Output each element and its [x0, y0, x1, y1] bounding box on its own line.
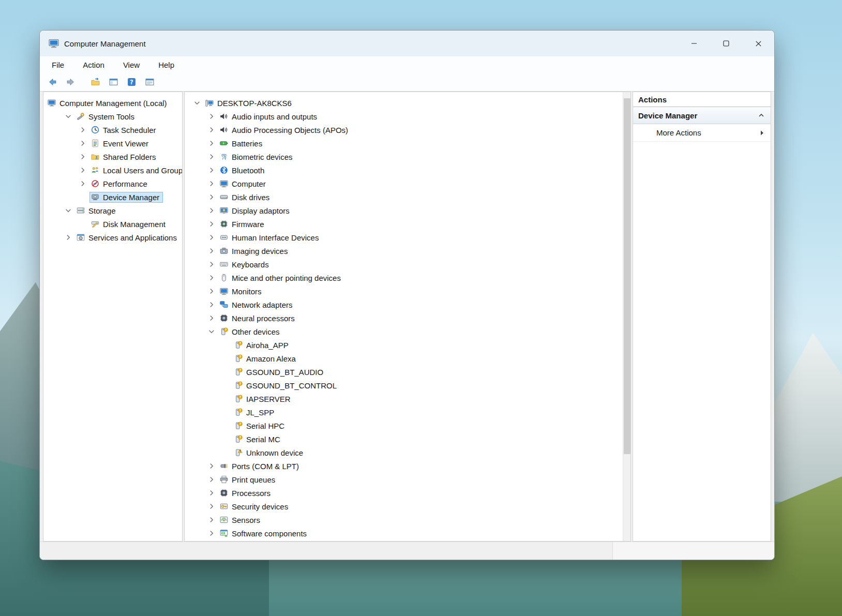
- tree-item[interactable]: ?Serial HPC: [185, 419, 630, 432]
- chevron-right-icon[interactable]: [204, 193, 219, 201]
- help-icon: ?: [127, 78, 136, 86]
- chevron-down-icon[interactable]: [61, 206, 76, 215]
- tree-item[interactable]: Biometric devices: [185, 150, 630, 163]
- tree-item[interactable]: Network adapters: [185, 298, 630, 311]
- console-tree-button[interactable]: [106, 75, 121, 89]
- chevron-right-icon[interactable]: [204, 166, 219, 174]
- tree-item[interactable]: ?Other devices: [185, 325, 630, 338]
- minimize-button[interactable]: [678, 31, 710, 56]
- tree-item[interactable]: ?Amazon Alexa: [185, 352, 630, 365]
- chevron-right-icon[interactable]: [204, 529, 219, 537]
- chevron-right-icon[interactable]: [204, 139, 219, 147]
- tree-item[interactable]: Computer Management (Local): [43, 96, 182, 110]
- menu-item-help[interactable]: Help: [155, 59, 177, 71]
- chevron-right-icon[interactable]: [204, 233, 219, 242]
- menu-item-view[interactable]: View: [120, 59, 143, 71]
- tree-item[interactable]: System Tools: [43, 110, 182, 123]
- tree-item[interactable]: Unknown device: [185, 446, 630, 459]
- chevron-right-icon[interactable]: [76, 153, 90, 161]
- tree-item-label: DESKTOP-AK8CKS6: [217, 99, 294, 108]
- back-button[interactable]: [44, 75, 60, 89]
- chevron-down-icon[interactable]: [190, 99, 204, 107]
- tree-item[interactable]: Mice and other pointing devices: [185, 271, 630, 284]
- tree-item-body: Computer Management (Local): [47, 98, 170, 108]
- tree-item[interactable]: ?GSOUND_BT_AUDIO: [185, 365, 630, 379]
- titlebar: Computer Management: [40, 31, 774, 56]
- chevron-right-icon[interactable]: [76, 179, 90, 188]
- tree-item[interactable]: Monitors: [185, 284, 630, 298]
- tree-item[interactable]: Local Users and Groups: [43, 163, 182, 177]
- tree-item[interactable]: Task Scheduler: [43, 123, 182, 137]
- tree-item[interactable]: Processors: [185, 486, 630, 500]
- vertical-scrollbar[interactable]: [623, 92, 630, 541]
- chevron-right-icon[interactable]: [76, 126, 90, 134]
- tree-item[interactable]: Storage: [43, 204, 182, 217]
- tree-item[interactable]: Sensors: [185, 513, 630, 527]
- tree-item[interactable]: Keyboards: [185, 258, 630, 271]
- chevron-right-icon[interactable]: [204, 153, 219, 161]
- more-actions-item[interactable]: More Actions: [633, 124, 771, 142]
- tree-item[interactable]: ?Serial MC: [185, 432, 630, 446]
- chevron-right-icon[interactable]: [61, 233, 76, 242]
- chevron-right-icon[interactable]: [76, 139, 90, 147]
- chevron-right-icon[interactable]: [204, 247, 219, 255]
- chevron-right-icon[interactable]: [204, 516, 219, 524]
- tree-item[interactable]: Neural processors: [185, 311, 630, 325]
- chevron-right-icon[interactable]: [204, 220, 219, 228]
- svg-text:?: ?: [130, 79, 133, 86]
- close-button[interactable]: [742, 31, 774, 56]
- help-button[interactable]: ?: [124, 75, 139, 89]
- chevron-right-icon[interactable]: [204, 462, 219, 470]
- chevron-right-icon[interactable]: [204, 301, 219, 309]
- tree-item[interactable]: Event Viewer: [43, 137, 182, 150]
- chevron-right-icon[interactable]: [204, 287, 219, 295]
- chevron-right-icon[interactable]: [204, 475, 219, 484]
- tree-item[interactable]: Services and Applications: [43, 231, 182, 244]
- chevron-right-icon[interactable]: [204, 502, 219, 510]
- tree-item[interactable]: Disk Management: [43, 217, 182, 231]
- tree-item[interactable]: ?GSOUND_BT_CONTROL: [185, 379, 630, 392]
- chevron-right-icon[interactable]: [204, 112, 219, 121]
- tree-item[interactable]: ?Airoha_APP: [185, 338, 630, 352]
- tree-item[interactable]: Bluetooth: [185, 163, 630, 177]
- tree-item[interactable]: Ports (COM & LPT): [185, 459, 630, 473]
- chevron-up-icon[interactable]: [757, 111, 765, 119]
- tree-item[interactable]: Firmware: [185, 217, 630, 231]
- tree-item[interactable]: Imaging devices: [185, 244, 630, 258]
- chevron-right-icon[interactable]: [204, 314, 219, 322]
- tree-item[interactable]: ?JL_SPP: [185, 405, 630, 419]
- tree-item[interactable]: Performance: [43, 177, 182, 190]
- tree-item[interactable]: Software components: [185, 527, 630, 540]
- scrollbar-thumb[interactable]: [624, 98, 630, 454]
- tree-item[interactable]: Shared Folders: [43, 150, 182, 163]
- tree-item[interactable]: ?IAPSERVER: [185, 392, 630, 405]
- chevron-right-icon[interactable]: [76, 166, 90, 174]
- menu-item-file[interactable]: File: [49, 59, 67, 71]
- tree-item[interactable]: Batteries: [185, 137, 630, 150]
- tree-item[interactable]: Security devices: [185, 500, 630, 513]
- chevron-down-icon[interactable]: [204, 327, 219, 336]
- chevron-right-icon[interactable]: [204, 206, 219, 215]
- tree-item[interactable]: Audio Processing Objects (APOs): [185, 123, 630, 137]
- properties-button[interactable]: [142, 75, 157, 89]
- maximize-button[interactable]: [710, 31, 742, 56]
- forward-button[interactable]: [63, 75, 78, 89]
- tree-item-selected: Device Manager: [90, 192, 162, 202]
- tree-item[interactable]: Human Interface Devices: [185, 231, 630, 244]
- chevron-right-icon[interactable]: [204, 489, 219, 497]
- actions-group-device-manager[interactable]: Device Manager: [633, 107, 771, 124]
- tree-item[interactable]: Print queues: [185, 473, 630, 486]
- chevron-down-icon[interactable]: [61, 112, 76, 121]
- tree-item[interactable]: Disk drives: [185, 190, 630, 204]
- chevron-right-icon[interactable]: [204, 274, 219, 282]
- chevron-right-icon[interactable]: [204, 126, 219, 134]
- tree-item[interactable]: Display adaptors: [185, 204, 630, 217]
- tree-item[interactable]: Computer: [185, 177, 630, 190]
- tree-item[interactable]: Audio inputs and outputs: [185, 110, 630, 123]
- chevron-right-icon[interactable]: [204, 179, 219, 188]
- tree-item[interactable]: DESKTOP-AK8CKS6: [185, 96, 630, 110]
- chevron-right-icon[interactable]: [204, 260, 219, 268]
- export-list-button[interactable]: [87, 75, 103, 89]
- menu-item-action[interactable]: Action: [80, 59, 108, 71]
- tree-item[interactable]: Device Manager: [43, 190, 182, 204]
